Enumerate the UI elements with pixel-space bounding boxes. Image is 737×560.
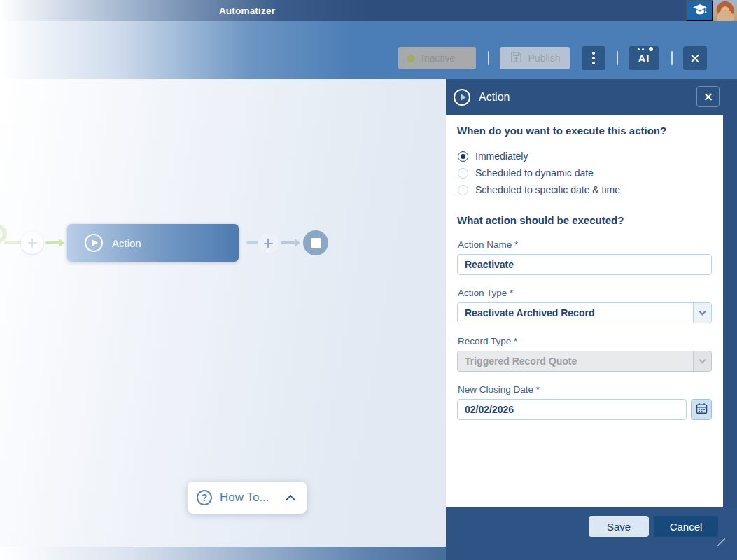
close-workflow-button[interactable] [683, 46, 707, 70]
chevron-down-icon [693, 351, 711, 371]
top-bar: Automatizer [0, 0, 737, 21]
plus-icon [28, 239, 37, 248]
record-type-select-disabled: Triggered Record Quote [457, 351, 712, 372]
resize-grip-icon[interactable] [717, 538, 725, 546]
play-icon [454, 89, 470, 106]
date-picker-button[interactable] [691, 399, 712, 420]
stop-icon [311, 238, 321, 248]
action-type-label: Action Type * [458, 288, 513, 298]
question-mark-icon: ? [197, 490, 212, 505]
what-section-heading: What action should be executed? [457, 214, 624, 226]
toolbar-divider [671, 51, 673, 65]
close-icon [703, 92, 713, 102]
workflow-canvas[interactable]: Action ? How To... [0, 79, 446, 547]
radio-unselected-icon [458, 185, 468, 195]
add-step-button-left[interactable] [21, 232, 43, 254]
more-options-button[interactable] [582, 46, 605, 70]
automatizer-app: Automatizer Inactive [0, 0, 737, 560]
save-button[interactable]: Save [589, 516, 649, 537]
panel-footer: Save Cancel [446, 507, 737, 560]
flow-arrow-blue [281, 241, 295, 244]
radio-option-specific-date[interactable]: Scheduled to specific date & time [458, 184, 620, 195]
panel-title: Action [479, 91, 510, 104]
action-name-input[interactable] [457, 254, 712, 275]
status-dot-icon [407, 55, 415, 62]
user-avatar[interactable] [713, 0, 737, 21]
publish-save-icon [510, 50, 523, 66]
action-node-label: Action [112, 237, 141, 249]
chevron-up-icon [285, 494, 295, 504]
radio-unselected-icon [458, 168, 468, 178]
play-icon [85, 234, 103, 252]
offscreen-node-stub [0, 225, 7, 243]
toolbar-divider [488, 51, 489, 65]
add-step-button-right[interactable] [258, 233, 279, 253]
radio-selected-icon [458, 151, 468, 162]
record-type-label: Record Type * [458, 336, 517, 346]
kebab-menu-icon [592, 52, 595, 64]
radio-option-dynamic-date[interactable]: Scheduled to dynamic date [458, 167, 594, 178]
action-config-panel: Action When do you want to execute this … [446, 79, 737, 560]
end-node[interactable] [303, 230, 328, 255]
flow-connector [4, 241, 22, 244]
cancel-button[interactable]: Cancel [654, 516, 718, 537]
ai-assistant-button[interactable]: AI [629, 46, 659, 70]
closing-date-label: New Closing Date * [458, 384, 540, 395]
chevron-down-icon [693, 303, 711, 323]
panel-header: Action [446, 79, 737, 115]
how-to-button[interactable]: ? How To... [188, 482, 307, 514]
inactive-label: Inactive [421, 52, 455, 64]
panel-close-button[interactable] [696, 86, 720, 107]
app-title: Automatizer [219, 6, 275, 16]
closing-date-input[interactable] [457, 399, 687, 420]
inactive-status-button[interactable]: Inactive [398, 47, 476, 69]
academy-button[interactable] [686, 0, 713, 21]
graduation-cap-icon [692, 4, 708, 18]
publish-label: Publish [528, 52, 561, 64]
flow-connector [246, 241, 258, 244]
workflow-toolbar: Inactive Publish AI [0, 21, 737, 79]
toolbar-divider [617, 51, 618, 65]
ai-icon: AI [638, 52, 650, 64]
action-type-select[interactable]: Reactivate Archived Record [457, 302, 712, 323]
action-name-label: Action Name * [458, 239, 518, 250]
how-to-label: How To... [220, 491, 269, 505]
radio-option-immediately[interactable]: Immediately [458, 150, 528, 162]
calendar-icon [696, 402, 708, 416]
when-section-heading: When do you want to execute this action? [457, 125, 666, 136]
flow-arrow-green [45, 241, 59, 244]
close-icon [690, 53, 701, 64]
publish-button[interactable]: Publish [500, 47, 570, 69]
panel-body: When do you want to execute this action?… [446, 115, 723, 507]
plus-icon [264, 239, 273, 248]
action-node[interactable]: Action [67, 224, 239, 262]
